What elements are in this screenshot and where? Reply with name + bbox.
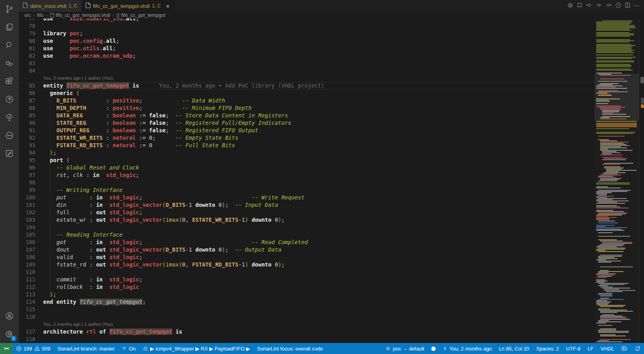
breadcrumb-item-file[interactable]: fifo_cc_got_tempgot.vhdl [56,13,110,18]
code-line-112[interactable]: 112 rollback : in std_logic [19,283,595,291]
code-line-81[interactable]: 81use poc.utils.all; [19,45,595,52]
line-number: 88 [19,104,35,112]
line-number: 78 [19,22,35,30]
code-line-85[interactable]: 85entity fifo_cc_got_tempgot is You, 2 m… [19,82,595,89]
filter-status[interactable]: On [118,343,139,354]
code-line-92[interactable]: 92 ESTATE_WR_BITS : natural := 0; -- Emp… [19,134,595,142]
code-line-94[interactable]: 94 ); [19,149,595,157]
code-editor[interactable]: 77use IEEE.numeric_std.all;7879library p… [19,18,595,343]
sonarlint-branch-status[interactable]: SonarLint branch: master [54,343,118,354]
remote-indicator[interactable]: >< [0,343,13,354]
code-line-100[interactable]: 100 put : in std_logic; -- Write Request [19,194,595,201]
code-line-105[interactable]: 105 -- Reading Interface [19,231,595,239]
codelens-annotation[interactable]: You, 2 months ago | 1 author (You) [19,75,595,82]
breadcrumb-item-src[interactable]: src [24,13,31,18]
indentation-status[interactable]: Spaces: 2 [533,343,562,354]
extensions-icon[interactable] [0,72,19,90]
code-line-86[interactable]: 86 generic ( [19,89,595,97]
notebook-edit-icon[interactable] [0,144,19,162]
code-line-87[interactable]: 87 D_BITS : positive; -- Data Width [19,97,595,104]
code-line-102[interactable]: 102 full : out std_logic; [19,209,595,216]
code-line-99[interactable]: 99 -- Writing Interface [19,186,595,194]
more-actions-icon[interactable]: ⋯ [633,2,639,9]
breadcrumb-item-symbol[interactable]: fifo_cc_got_tempgot [121,13,166,18]
split-editor-icon[interactable] [624,2,631,10]
close-icon[interactable]: × [164,3,171,9]
eol-status[interactable]: LF [584,343,597,354]
nav-back-icon[interactable] [586,2,593,10]
code-line-114[interactable]: 114end entity fifo_cc_got_tempgot; [19,298,595,306]
code-line-110[interactable]: 110 [19,268,595,276]
code-line-109[interactable]: 109 fstate_rd : out std_logic_vector(ima… [19,261,595,268]
line-number: 112 [19,283,35,291]
sonarlint-focus-status[interactable]: SonarLint focus: overall code [254,343,327,354]
encoding-status[interactable]: UTF-8 [562,343,584,354]
code-line-104[interactable]: 104 [19,224,595,231]
code-line-108[interactable]: 108 valid : out std_logic; [19,254,595,261]
overview-ruler[interactable] [639,18,644,343]
line-number: 80 [19,37,35,45]
profile-status[interactable]: poc → default [382,343,428,354]
problems-status[interactable]: 199 509 [13,343,54,354]
gear-icon [385,346,391,351]
nav-position-icon[interactable] [595,2,602,10]
run-debug-icon[interactable] [0,54,19,72]
sonarlint-icon[interactable] [0,126,19,144]
code-line-111[interactable]: 111 commit : in std_logic; [19,276,595,283]
module-path: ▶ icmpv4_Wrapper ▶ RX ▶ PayloadFIFO ▶ [150,346,250,352]
code-line-90[interactable]: 90 STATE_REG : boolean := false; -- Regi… [19,119,595,127]
sonar-connected-dot[interactable] [428,343,439,354]
minimap-slider[interactable] [595,73,639,120]
language-mode-status[interactable]: VHDL [597,343,618,354]
notifications-bell-icon[interactable] [631,343,644,354]
source-control-graph-icon[interactable] [0,0,19,18]
code-line-82[interactable]: 82use poc.ocram.ocram_sdp; [19,52,595,60]
feedback-icon[interactable] [618,343,631,354]
code-line-117[interactable]: 117architecture rtl of fifo_cc_got_tempg… [19,328,595,336]
code-line-106[interactable]: 106 got : in std_logic; -- Read Complete… [19,239,595,246]
code-line-84[interactable]: 84 [19,67,595,75]
code-line-95[interactable]: 95 port ( [19,157,595,164]
open-changes-icon[interactable] [576,2,583,10]
code-line-116[interactable]: 116 [19,313,595,321]
code-line-79[interactable]: 79library poc; [19,30,595,37]
code-line-89[interactable]: 89 DATA_REG : boolean := false; -- Store… [19,112,595,119]
error-count: 199 [24,346,32,352]
code-line-83[interactable]: 83 [19,60,595,67]
code-line-101[interactable]: 101 din : in std_logic_vector(D_BITS-1 d… [19,201,595,209]
code-line-88[interactable]: 88 MIN_DEPTH : positive; -- Minimum FIFO… [19,104,595,112]
code-line-98[interactable]: 98 [19,179,595,186]
git-blame-status[interactable]: You, 2 months ago [439,343,495,354]
tab-fifo-cc-got-tempgot[interactable]: fifo_cc_got_tempgot.vhdl 1, C × [82,0,175,12]
settings-gear-icon[interactable] [567,2,574,10]
settings-gear-icon[interactable]: 1 [0,325,19,343]
todo-tree-icon[interactable] [0,108,19,126]
explorer-icon[interactable] [0,18,19,36]
account-icon[interactable] [0,307,19,325]
code-line-113[interactable]: 113 ); [19,291,595,298]
code-line-91[interactable]: 91 OUTPUT_REG : boolean := false; -- Reg… [19,127,595,134]
breadcrumb-item-fifo[interactable]: fifo [37,13,44,18]
cursor-position-status[interactable]: Ln 85, Col 20 [495,343,533,354]
code-line-93[interactable]: 93 FSTATE_RD_BITS : natural := 0 -- Full… [19,142,595,149]
file-icon [23,2,28,9]
code-line-118[interactable]: 118 [19,336,595,343]
codelens-annotation[interactable]: You, 2 months ago | 1 author (You) [19,321,595,328]
nav-forward-icon[interactable] [605,2,612,10]
line-number: 117 [19,328,35,336]
search-icon[interactable] [0,36,19,54]
timeline-icon[interactable] [615,2,622,10]
code-line-115[interactable]: 115 [19,306,595,313]
code-line-77[interactable]: 77use IEEE.numeric_std.all; [19,18,595,22]
code-line-80[interactable]: 80use poc.config.all; [19,37,595,45]
tab-ddrio-inout[interactable]: ddrio_inout.vhdl 1, C [19,0,82,12]
gitlens-icon[interactable] [0,90,19,108]
code-line-96[interactable]: 96 -- Global Reset and Clock [19,164,595,172]
minimap[interactable] [595,18,639,343]
code-line-107[interactable]: 107 dout : out std_logic_vector(D_BITS-1… [19,246,595,254]
code-line-97[interactable]: 97 rst, clk : in std_logic; [19,172,595,179]
code-line-103[interactable]: 103 estate_wr : out std_logic_vector(ima… [19,216,595,224]
code-line-78[interactable]: 78 [19,22,595,30]
line-number: 111 [19,276,35,283]
hierarchy-status[interactable]: ▶ icmpv4_Wrapper ▶ RX ▶ PayloadFIFO ▶ [139,343,254,354]
